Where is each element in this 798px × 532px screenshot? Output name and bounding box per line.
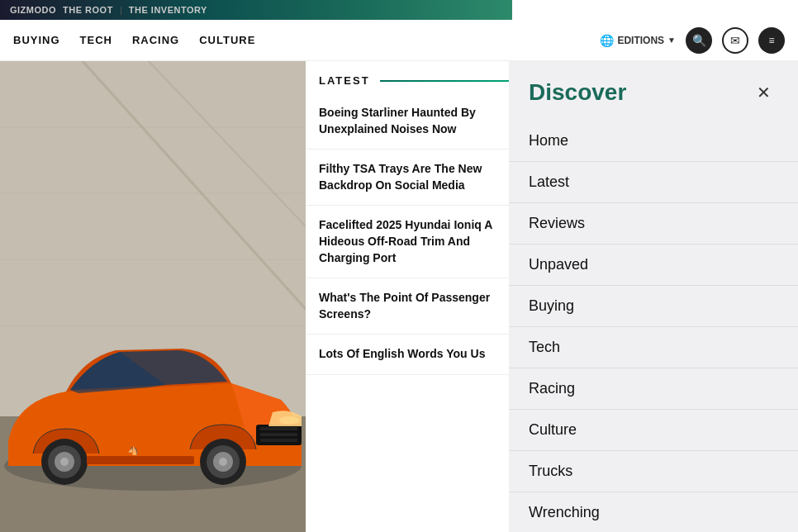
sidebar-item-unpaved[interactable]: Unpaved [509,245,798,286]
search-icon: 🔍 [692,34,706,47]
nav-buying[interactable]: BUYING [13,34,60,46]
editions-label: EDITIONS [617,35,664,46]
hero-image: 🐴 [0,61,306,532]
topbar-divider: | [120,5,122,15]
sidebar-item-buying[interactable]: Buying [509,286,798,327]
article-boeing[interactable]: Boeing Starliner Haunted By Unexplained … [306,93,536,150]
topbar-the-root[interactable]: THE ROOT [63,5,113,15]
sidebar-item-reviews[interactable]: Reviews [509,203,798,245]
svg-rect-23 [87,456,194,464]
svg-text:🐴: 🐴 [128,445,139,456]
article-english[interactable]: Lots Of English Words You Us [306,335,536,375]
sidebar-item-tech[interactable]: Tech [509,327,798,368]
nav-racing[interactable]: RACING [132,34,179,46]
svg-rect-11 [260,433,297,436]
close-button[interactable]: ✕ [748,78,778,107]
latest-header: LATEST [306,61,536,93]
latest-label: LATEST [319,74,370,87]
articles-panel: LATEST Boeing Starliner Haunted By Unexp… [306,61,537,532]
latest-line-decoration [380,80,523,82]
article-boeing-title: Boeing Starliner Haunted By Unexplained … [319,105,523,137]
sidebar-item-latest[interactable]: Latest [509,162,798,203]
svg-point-18 [219,458,227,466]
sidebar-item-racing[interactable]: Racing [509,368,798,410]
main-content: 🐴 [0,61,798,532]
close-icon: ✕ [757,83,771,102]
discover-title: Discover [529,79,626,106]
sidebar-nav: Home Latest Reviews Unpaved Buying Tech … [509,121,798,532]
sidebar-item-home[interactable]: Home [509,121,798,162]
discover-sidebar: Discover ✕ Home Latest Reviews Unpaved B… [509,61,798,532]
mail-button[interactable]: ✉ [722,27,748,54]
header-right: 🌐 EDITIONS ▼ 🔍 ✉ ≡ [600,27,785,54]
article-passenger-title: What's The Point Of Passenger Screens? [319,290,523,322]
sidebar-item-trucks[interactable]: Trucks [509,451,798,492]
article-hyundai-title: Facelifted 2025 Hyundai Ioniq A Hideous … [319,217,523,266]
svg-rect-10 [260,427,297,430]
sidebar-header: Discover ✕ [509,61,798,121]
main-nav: BUYING TECH RACING CULTURE [13,34,255,46]
article-passenger[interactable]: What's The Point Of Passenger Screens? [306,278,536,335]
globe-icon: 🌐 [600,34,614,47]
search-button[interactable]: 🔍 [686,27,712,54]
topbar-the-inventory[interactable]: THE INVENTORY [129,5,207,15]
nav-culture[interactable]: CULTURE [199,34,255,46]
menu-button[interactable]: ≡ [758,27,785,54]
article-hyundai[interactable]: Facelifted 2025 Hyundai Ioniq A Hideous … [306,206,536,278]
svg-rect-12 [260,439,297,442]
background-illustration: 🐴 [0,61,306,532]
svg-point-22 [60,458,69,466]
svg-point-13 [279,416,299,425]
header: BUYING TECH RACING CULTURE 🌐 EDITIONS ▼ … [0,20,798,61]
editions-button[interactable]: 🌐 EDITIONS ▼ [600,34,676,47]
nav-tech[interactable]: TECH [80,34,112,46]
top-bar: GIZMODO THE ROOT | THE INVENTORY [0,0,798,20]
topbar-gizmodo[interactable]: GIZMODO [10,5,56,15]
discover-header-content: Discover [529,79,626,106]
chevron-down-icon: ▼ [667,36,676,45]
mail-icon: ✉ [730,34,740,47]
article-english-title: Lots Of English Words You Us [319,346,523,363]
sidebar-item-culture[interactable]: Culture [509,410,798,451]
hamburger-icon: ≡ [768,35,774,46]
article-tsa[interactable]: Filthy TSA Trays Are The New Backdrop On… [306,150,536,206]
sidebar-item-wrenching[interactable]: Wrenching [509,492,798,532]
article-tsa-title: Filthy TSA Trays Are The New Backdrop On… [319,161,523,193]
